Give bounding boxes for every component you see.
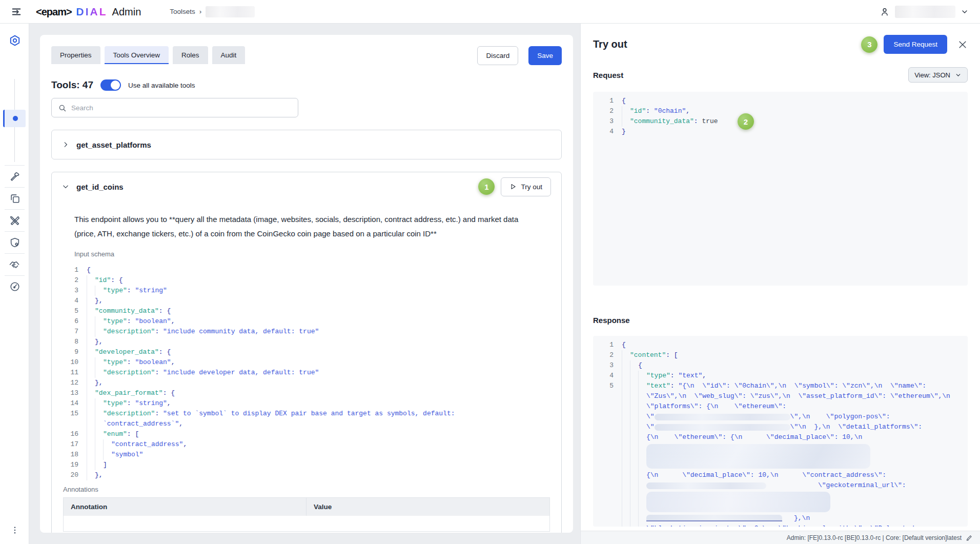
breadcrumb-current-redacted (206, 6, 255, 17)
tool-description: This endpoint allows you to **query all … (74, 212, 525, 241)
search-input[interactable] (71, 104, 292, 112)
discard-button[interactable]: Discard (477, 46, 518, 65)
use-all-tools-toggle[interactable] (100, 79, 121, 91)
topbar: <epam> DIAL Admin Toolsets › (0, 0, 980, 24)
status-bar: Admin: [FE]0.13.0-rc [BE]0.13.0-rc | Cor… (581, 531, 980, 544)
response-label: Response (593, 316, 630, 325)
selected-dot-icon (13, 116, 18, 121)
annotations-table: Annotation Value (63, 497, 550, 532)
annotations-label: Annotations (63, 486, 561, 493)
admin-label: Admin (112, 6, 141, 18)
input-schema-code: 1{2"id": {3"type": "string"4},5"communit… (63, 265, 561, 480)
edit-pencil-icon[interactable] (966, 534, 973, 541)
annotations-col-annotation: Annotation (64, 498, 307, 516)
tab-roles[interactable]: Roles (173, 46, 208, 64)
sidebar-item-toolsets-crossed-tools-icon[interactable] (0, 210, 29, 231)
tool-header-get-id-coins[interactable]: get_id_coins 1 Try out (52, 172, 561, 201)
tool-panel-get-asset-platforms: get_asset_platforms (51, 130, 562, 159)
tab-properties[interactable]: Properties (51, 46, 100, 64)
tab-audit[interactable]: Audit (212, 46, 246, 64)
response-code: 1{2"content": [3{4"type": "text",5"text"… (598, 340, 963, 527)
username-redacted (895, 6, 955, 18)
chevron-down-icon (62, 183, 69, 190)
tools-count: Tools: 47 (51, 79, 93, 91)
breadcrumb: Toolsets › (170, 6, 255, 17)
version-text: Admin: [FE]0.13.0-rc [BE]0.13.0-rc | Cor… (787, 534, 962, 541)
user-icon (880, 7, 890, 17)
sidebar-collapse-icon[interactable] (6, 4, 27, 20)
sidebar-item-telemetry-gauge-icon[interactable] (0, 276, 29, 297)
user-menu-chevron-down-icon[interactable] (961, 8, 969, 16)
view-json-label: View: JSON (914, 71, 950, 79)
try-out-button[interactable]: Try out (501, 177, 551, 196)
try-out-panel: Try out 3 Send Request Request View: JSO… (580, 24, 980, 544)
request-editor[interactable]: 1{2"id": "0chain",3"community_data": tru… (593, 92, 968, 286)
tools-search (51, 98, 298, 117)
sidebar (0, 24, 29, 544)
input-schema-label: Input schema (74, 250, 561, 258)
try-out-title: Try out (593, 38, 627, 50)
request-label: Request (593, 71, 623, 79)
toolsets-hexagon-icon[interactable] (0, 32, 29, 49)
sidebar-item-tools-hammer-icon[interactable] (0, 166, 29, 187)
close-icon[interactable] (957, 39, 968, 50)
tab-bar: Properties Tools Overview Roles Audit (51, 46, 245, 64)
tool-title: get_asset_platforms (76, 140, 151, 149)
view-json-select[interactable]: View: JSON (908, 67, 968, 83)
tool-panel-get-id-coins: get_id_coins 1 Try out This endpoint all… (51, 172, 562, 533)
sidebar-item-partners-handshake-icon[interactable] (0, 254, 29, 275)
annotations-col-value: Value (307, 498, 339, 516)
send-request-button[interactable]: Send Request (884, 35, 947, 54)
chevron-right-icon (62, 141, 69, 148)
toolset-card: Properties Tools Overview Roles Audit Di… (40, 35, 573, 533)
dial-logo: DIAL (76, 6, 108, 18)
request-code[interactable]: 1{2"id": "0chain",3"community_data": tru… (598, 96, 963, 137)
search-icon (58, 104, 67, 112)
sidebar-more-kebab-icon[interactable] (0, 521, 29, 539)
sidebar-item-selected-toolset[interactable] (3, 110, 26, 127)
try-out-label: Try out (521, 183, 542, 191)
step-badge-3: 3 (861, 36, 877, 53)
sidebar-item-security-shield-icon[interactable] (0, 232, 29, 253)
play-icon (509, 183, 517, 190)
breadcrumb-root[interactable]: Toolsets (170, 8, 195, 15)
sidebar-item-collections-icon[interactable] (0, 188, 29, 209)
step-badge-2: 2 (738, 113, 754, 130)
tab-tools-overview[interactable]: Tools Overview (105, 46, 169, 64)
save-button[interactable]: Save (528, 46, 562, 65)
epam-logo: <epam> (36, 6, 72, 18)
tool-title: get_id_coins (76, 183, 124, 191)
tool-header-get-asset-platforms[interactable]: get_asset_platforms (52, 130, 561, 159)
main-content: Properties Tools Overview Roles Audit Di… (29, 24, 580, 544)
use-all-tools-label: Use all available tools (128, 82, 195, 89)
response-viewer: 1{2"content": [3{4"type": "text",5"text"… (593, 336, 968, 527)
breadcrumb-separator-icon: › (199, 8, 202, 15)
app-logo: <epam> DIAL Admin (36, 6, 141, 18)
step-badge-1: 1 (478, 178, 495, 195)
annotations-empty-row (64, 516, 549, 531)
